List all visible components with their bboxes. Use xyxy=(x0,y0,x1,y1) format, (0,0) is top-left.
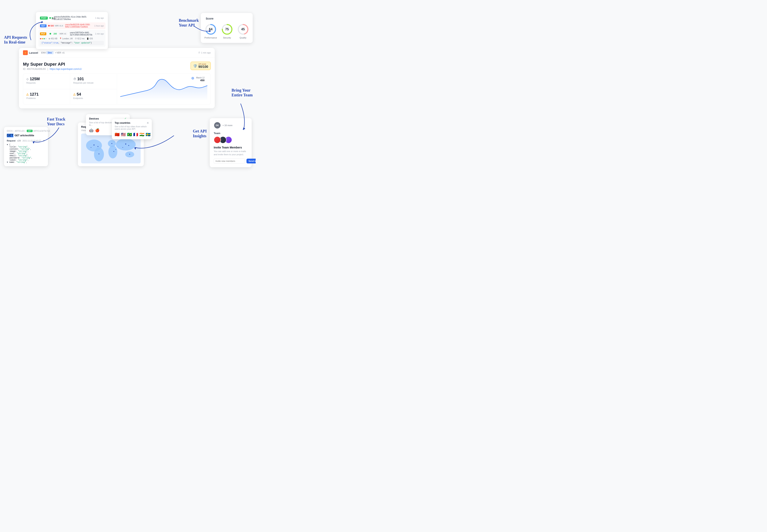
score-badge-label: API score xyxy=(199,63,208,65)
breadcrumb-articles: ARTICLES xyxy=(15,130,25,132)
stat-problems-value: △ 1271 xyxy=(26,92,67,97)
header-time: ⏱ 1 min ago xyxy=(198,51,211,54)
dot-red xyxy=(40,38,41,39)
api-url-link[interactable]: https://api.superduper.com/v1/ xyxy=(50,68,82,70)
tooltip-desc: See a list of top cities from which user… xyxy=(115,125,149,130)
stat-icon-rpm: ⏱ xyxy=(73,77,76,81)
status-dot-green2 xyxy=(49,33,51,35)
stat-problems-label: Problems xyxy=(26,97,67,99)
svg-point-8 xyxy=(94,147,104,161)
sec-number: 75 xyxy=(225,28,229,31)
svg-point-10 xyxy=(108,145,117,158)
docs-card: DOCS › ARTICLES › GET ARTICLES/TILTLE GE… xyxy=(4,127,48,166)
docs-request-row: Request v28 2021-11-22 12:43:27 ▼ xyxy=(7,139,45,142)
score-title: Score xyxy=(206,17,248,20)
stat-requests-label: Requests xyxy=(26,82,67,84)
dot-yellow xyxy=(42,38,43,39)
stat-requests-value: ◇ 125M xyxy=(26,77,67,81)
env-label: ENV: xyxy=(41,51,46,54)
send-invite-button[interactable]: Send invite xyxy=(247,159,256,163)
dashboard-body: My Super Duper API ID: 4667HUkk499iJKI |… xyxy=(19,58,215,108)
shield-icon: 🛡️ xyxy=(193,64,197,68)
api-title: My Super Duper API xyxy=(23,62,82,67)
breadcrumb-docs: DOCS xyxy=(7,130,13,132)
ver-badge-2: VER: v1 xyxy=(58,33,67,35)
flag-in: 🇮🇳 xyxy=(139,132,144,137)
api-url-2: users/9e892335-4b48-3300-9d62-116655ddc7… xyxy=(65,24,94,28)
stat-icon-endpoints: △ xyxy=(73,93,75,96)
docs-body: ▼ { title: "string", content: "string", … xyxy=(7,144,45,163)
request-label: Request xyxy=(7,139,15,142)
dot-green xyxy=(44,38,45,39)
tooltip-header: Top countries ✕ xyxy=(115,121,149,125)
ver-badge-1: VER: v1.4 xyxy=(54,25,64,27)
endpoint-method-badge: GET xyxy=(7,134,13,137)
invite-input[interactable] xyxy=(214,158,245,164)
team-header-row: DK + 16 more xyxy=(214,122,248,129)
stat-rpm-value: ⏱ 101 xyxy=(73,77,114,81)
api-url-3: users/1807042e-fd40-3a74-84bf-09fb4d1957… xyxy=(70,32,93,36)
docs-expand-icon[interactable]: ▼ xyxy=(43,139,45,142)
annotation-benchmark: BenchmarkYour API xyxy=(179,18,199,28)
device-type: iOS xyxy=(89,38,93,40)
svg-point-15 xyxy=(111,143,112,144)
json-response: {"status":true, "message": "User updated… xyxy=(40,41,104,45)
docs-date: 2021-11-22 12:43:27 xyxy=(23,140,41,142)
avatar-dk: DK xyxy=(214,122,221,129)
qual-label: Quality xyxy=(237,37,249,39)
qual-number: 45 xyxy=(241,28,245,31)
svg-point-17 xyxy=(125,143,126,144)
score-security: 75 Security xyxy=(221,23,233,39)
endpoint-path: GET articles/tiltle xyxy=(15,134,34,137)
team-member-images xyxy=(214,136,248,143)
invite-actions[interactable]: Send invite xyxy=(214,158,248,164)
api-meta: ID: 4667HUkk499iJKI | https://api.superd… xyxy=(23,68,82,70)
svg-point-18 xyxy=(128,145,129,146)
stat-problems: △ 1271 Problems xyxy=(23,89,70,104)
apple-icon: 🍎 xyxy=(95,128,99,133)
annotation-api-requests: API RequestsIn Real-time xyxy=(4,35,27,44)
countries-tooltip: Top countries ✕ See a list of top cities… xyxy=(112,119,152,139)
svg-point-22 xyxy=(115,149,116,150)
svg-point-19 xyxy=(122,147,123,148)
tooltip-title: Top countries xyxy=(115,122,130,124)
time-label-3: 1 min ago xyxy=(95,33,104,35)
invite-desc: You can add one or more e-mails and invi… xyxy=(214,150,248,156)
time-label-1: 1 day ago xyxy=(95,17,104,19)
env-badge: Dev xyxy=(46,51,53,54)
svg-point-16 xyxy=(113,151,114,152)
chart-label: March 12 450 xyxy=(196,77,205,82)
tooltip-close-button[interactable]: ✕ xyxy=(146,121,149,125)
flag-br: 🇧🇷 xyxy=(127,132,132,137)
score-card: Score 64 Preformance 75 Security xyxy=(201,13,253,43)
location: London, UK xyxy=(62,38,73,40)
score-quality: 45 Quality xyxy=(237,23,249,39)
status-code-200: 200 xyxy=(53,33,57,35)
main-dashboard-card: ⚡ Laravel ENV: Dev • VER: v1 ⏱ 1 min ago… xyxy=(19,48,215,108)
stat-icon-requests: ◇ xyxy=(26,77,29,81)
more-count: + 16 more xyxy=(223,124,233,127)
flag-se: 🇸🇪 xyxy=(145,132,150,137)
stat-rpm-label: Requests per minute xyxy=(73,82,114,84)
api-requests-card: POST 200 articles/5d9d309c-41ce-34de-9b0… xyxy=(36,12,108,49)
api-url-1: articles/5d9d309c-41ce-34de-9b05-551d61f… xyxy=(54,16,95,20)
load-time: 62.2 ms xyxy=(77,38,85,40)
status-code-500: 500 xyxy=(50,25,54,27)
dot-gray xyxy=(45,38,46,39)
score-circles: 64 Preformance 75 Security 45 xyxy=(206,23,248,39)
score-badge-value: 90/100 xyxy=(199,65,208,69)
docs-breadcrumb: DOCS › ARTICLES › GET ARTICLES/TILTLE xyxy=(7,130,45,132)
team-section-title: Team xyxy=(214,132,248,135)
breadcrumb-endpoint: ARTICLES/TILTLE xyxy=(33,130,50,132)
flag-us: 🇺🇸 xyxy=(121,132,126,137)
breadcrumb-get: GET xyxy=(27,130,33,132)
sec-label: Security xyxy=(221,37,233,39)
docs-endpoint: GET GET articles/tiltle xyxy=(7,134,45,137)
invite-title: Invite Team Members xyxy=(214,146,248,149)
stat-rpm: ⏱ 101 Requests per minute xyxy=(70,74,117,89)
flag-cn: 🇨🇳 xyxy=(115,132,120,137)
perf-label: Preformance xyxy=(205,37,217,39)
chart-area: March 12 450 xyxy=(117,74,211,104)
method-badge-post: POST xyxy=(40,17,48,20)
laravel-logo: ⚡ Laravel xyxy=(23,50,38,55)
